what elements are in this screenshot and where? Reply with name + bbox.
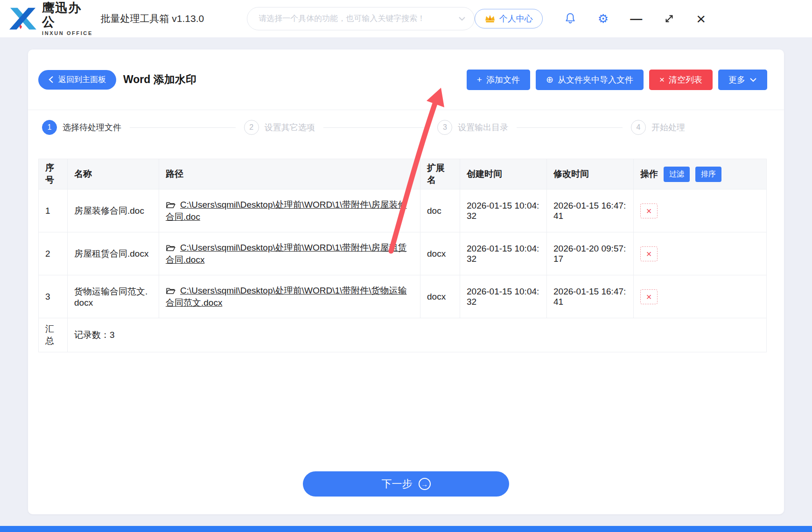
app-topbar: 鹰迅办公 INXUN OFFICE 批量处理工具箱 v1.13.0 个人中心 ⚙	[0, 0, 812, 37]
cell-path: C:\Users\sqmil\Desktop\处理前\WORD\1\带附件\房屋…	[159, 189, 420, 232]
gear-icon: ⚙	[598, 13, 609, 25]
cell-index: 3	[39, 275, 68, 318]
step-connector	[130, 127, 236, 128]
cell-actions: ×	[634, 275, 767, 318]
step-wizard: 1 选择待处理文件 2 设置其它选项 3 设置输出目录 4 开始处理	[28, 110, 784, 145]
file-table: 序号 名称 路径 扩展名 创建时间 修改时间 操作 过滤 排序 1 房屋装修合同…	[38, 159, 767, 352]
cell-modified: 2026-01-20 09:57:17	[547, 232, 634, 275]
brand-block: 鹰迅办公 INXUN OFFICE	[42, 1, 93, 35]
folder-icon	[166, 287, 176, 295]
table-row: 3 货物运输合同范文.docx C:\Users\sqmil\Desktop\处…	[39, 275, 767, 318]
app-title: 批量处理工具箱 v1.13.0	[100, 12, 204, 25]
filter-button[interactable]: 过滤	[664, 167, 690, 182]
crown-icon	[484, 14, 496, 23]
cell-path: C:\Users\sqmil\Desktop\处理前\WORD\1\带附件\房屋…	[159, 232, 420, 275]
step-connector	[517, 127, 623, 128]
cell-created: 2026-01-15 10:04:32	[460, 275, 547, 318]
step-1-select-files: 1 选择待处理文件	[42, 120, 121, 135]
cell-index: 2	[39, 232, 68, 275]
record-count: 记录数：3	[68, 318, 767, 352]
step-4-start: 4 开始处理	[631, 120, 685, 135]
file-path-link[interactable]: C:\Users\sqmil\Desktop\处理前\WORD\1\带附件\货物…	[166, 286, 407, 308]
more-button[interactable]: 更多	[718, 70, 767, 90]
topbar-actions: 个人中心 ⚙ — ×	[475, 9, 706, 28]
col-ext: 扩展名	[420, 159, 460, 189]
step-2-number: 2	[244, 120, 259, 135]
clear-list-label: 清空列表	[669, 74, 702, 85]
step-connector	[323, 127, 429, 128]
sort-button[interactable]: 排序	[695, 167, 721, 182]
table-row: 2 房屋租赁合同.docx C:\Users\sqmil\Desktop\处理前…	[39, 232, 767, 275]
step-1-number: 1	[42, 120, 57, 135]
app-logo-icon	[8, 6, 37, 31]
close-window-button[interactable]: ×	[696, 11, 706, 27]
settings-button[interactable]: ⚙	[598, 13, 609, 25]
summary-label: 汇总	[39, 318, 68, 352]
step-4-number: 4	[631, 120, 646, 135]
bell-icon	[564, 12, 576, 25]
cell-name: 货物运输合同范文.docx	[68, 275, 159, 318]
step-2-label: 设置其它选项	[265, 122, 315, 133]
cell-created: 2026-01-15 10:04:32	[460, 189, 547, 232]
folder-icon	[166, 244, 176, 252]
step-4-label: 开始处理	[651, 122, 685, 133]
clear-list-button[interactable]: × 清空列表	[649, 70, 713, 90]
col-created: 创建时间	[460, 159, 547, 189]
cell-index: 1	[39, 189, 68, 232]
chevron-left-icon	[49, 76, 54, 84]
delete-row-button[interactable]: ×	[640, 289, 658, 304]
delete-row-button[interactable]: ×	[640, 246, 658, 261]
notifications-button[interactable]	[564, 12, 576, 25]
panel-header: 返回到主面板 Word 添加水印 + 添加文件 ⊕ 从文件夹中导入文件 × 清空…	[28, 49, 784, 110]
cell-actions: ×	[634, 189, 767, 232]
resize-diagonal-icon	[664, 13, 675, 24]
cell-created: 2026-01-15 10:04:32	[460, 232, 547, 275]
cell-name: 房屋租赁合同.docx	[68, 232, 159, 275]
brand-name-en: INXUN OFFICE	[42, 30, 93, 36]
add-files-label: 添加文件	[486, 74, 520, 85]
file-path-link[interactable]: C:\Users\sqmil\Desktop\处理前\WORD\1\带附件\房屋…	[166, 200, 407, 222]
step-3-output-dir: 3 设置输出目录	[437, 120, 508, 135]
delete-row-button[interactable]: ×	[640, 203, 658, 218]
personal-center-label: 个人中心	[499, 13, 533, 24]
search-input[interactable]	[258, 14, 458, 24]
import-from-folder-button[interactable]: ⊕ 从文件夹中导入文件	[536, 70, 644, 90]
step-3-number: 3	[437, 120, 452, 135]
back-button-label: 返回到主面板	[58, 74, 106, 85]
table-header-row: 序号 名称 路径 扩展名 创建时间 修改时间 操作 过滤 排序	[39, 159, 767, 189]
minimize-button[interactable]: —	[630, 13, 642, 25]
actions-label: 操作	[640, 168, 658, 180]
step-3-label: 设置输出目录	[458, 122, 508, 133]
footer-actions: 下一步 →	[28, 471, 784, 514]
cell-ext: doc	[420, 189, 460, 232]
personal-center-button[interactable]: 个人中心	[475, 9, 543, 28]
close-icon: ×	[696, 11, 706, 27]
cell-ext: docx	[420, 275, 460, 318]
function-search-box[interactable]	[247, 7, 475, 30]
main-panel: 返回到主面板 Word 添加水印 + 添加文件 ⊕ 从文件夹中导入文件 × 清空…	[28, 49, 784, 514]
col-modified: 修改时间	[547, 159, 634, 189]
maximize-button[interactable]	[664, 13, 675, 24]
more-label: 更多	[728, 74, 745, 85]
next-step-button[interactable]: 下一步 →	[303, 471, 509, 497]
table-row: 1 房屋装修合同.doc C:\Users\sqmil\Desktop\处理前\…	[39, 189, 767, 232]
step-1-label: 选择待处理文件	[63, 122, 121, 133]
next-step-label: 下一步	[382, 477, 413, 491]
cell-modified: 2026-01-15 16:47:41	[547, 275, 634, 318]
cell-path: C:\Users\sqmil\Desktop\处理前\WORD\1\带附件\货物…	[159, 275, 420, 318]
file-path-link[interactable]: C:\Users\sqmil\Desktop\处理前\WORD\1\带附件\房屋…	[166, 243, 407, 265]
col-name: 名称	[68, 159, 159, 189]
cell-actions: ×	[634, 232, 767, 275]
chevron-down-icon	[458, 16, 466, 21]
add-files-button[interactable]: + 添加文件	[467, 70, 530, 90]
arrow-right-circle-icon: →	[419, 478, 431, 490]
back-to-dashboard-button[interactable]: 返回到主面板	[38, 70, 116, 90]
summary-row: 汇总 记录数：3	[39, 318, 767, 352]
col-actions: 操作 过滤 排序	[634, 159, 767, 189]
bottom-progress-strip	[0, 526, 812, 532]
page-title: Word 添加水印	[123, 72, 196, 87]
circle-plus-icon: ⊕	[546, 75, 553, 84]
import-folder-label: 从文件夹中导入文件	[558, 74, 633, 85]
step-2-options: 2 设置其它选项	[244, 120, 315, 135]
file-actions: + 添加文件 ⊕ 从文件夹中导入文件 × 清空列表 更多	[467, 70, 767, 90]
